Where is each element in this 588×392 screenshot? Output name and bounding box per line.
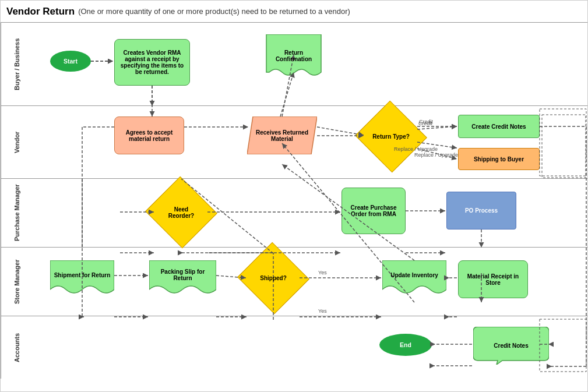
packing-slip-node: Packing Slip for Return bbox=[149, 260, 216, 298]
material-receipt-node: Material Receipt in Store bbox=[458, 260, 528, 298]
lane-label-buyer: Buyer / Business bbox=[1, 23, 33, 105]
svg-line-7 bbox=[417, 149, 457, 159]
lane-accounts: Accounts End Credit Notes bbox=[1, 316, 587, 379]
svg-text:Replace / Upgrade: Replace / Upgrade bbox=[414, 152, 458, 158]
title-sub: (One or more quantity of one or more pro… bbox=[78, 7, 350, 16]
svg-rect-10 bbox=[540, 109, 586, 176]
lanes: Buyer / Business Start Creates Vendor RM… bbox=[1, 23, 587, 391]
need-reorder-node: Need Reorder? bbox=[155, 188, 207, 237]
lane-content-vendor: Agrees to accept material return Receive… bbox=[33, 106, 587, 178]
lane-content-accounts: End Credit Notes bbox=[33, 316, 587, 379]
agrees-node: Agrees to accept material return bbox=[114, 116, 184, 154]
shipping-to-buyer-node: Shipping to Buyer bbox=[458, 148, 540, 170]
create-credit-notes-node: Create Credit Notes bbox=[458, 115, 540, 138]
lane-store: Store Manager Shipment for Return bbox=[1, 248, 587, 316]
lane-label-accounts: Accounts bbox=[1, 316, 33, 379]
lane-content-store: Shipment for Return Packing Slip for Ret… bbox=[33, 248, 587, 316]
lane-content-buyer: Start Creates Vendor RMA against a recei… bbox=[33, 23, 587, 105]
po-process-node: PO Process bbox=[446, 192, 516, 229]
svg-text:Yes: Yes bbox=[318, 270, 327, 276]
lane-label-vendor: Vendor bbox=[1, 106, 33, 178]
creates-rma-node: Creates Vendor RMA against a receipt by … bbox=[114, 39, 190, 86]
shipped-node: Shipped? bbox=[247, 253, 300, 303]
credit-notes-node: Credit Notes bbox=[473, 327, 549, 365]
update-inventory-node: Update Inventory bbox=[382, 260, 446, 298]
end-node: End bbox=[379, 334, 432, 356]
start-node: Start bbox=[50, 51, 91, 72]
lane-buyer: Buyer / Business Start Creates Vendor RM… bbox=[1, 23, 587, 106]
title-main: Vendor Return bbox=[6, 6, 75, 17]
title-bar: Vendor Return (One or more quantity of o… bbox=[1, 1, 587, 23]
return-type-node: Return Type? bbox=[365, 112, 417, 161]
create-po-node: Create Purchase Order from RMA bbox=[341, 188, 406, 234]
lane-label-purchase: Purchase Manager bbox=[1, 179, 33, 247]
receives-node: Receives Returned Material bbox=[247, 116, 317, 154]
lane-vendor: Vendor Agrees to accept material return … bbox=[1, 106, 587, 179]
return-confirmation-node: Return Confirmation bbox=[262, 34, 326, 86]
lane-purchase: Purchase Manager Need Reorder? Create Pu… bbox=[1, 179, 587, 248]
svg-text:Credit: Credit bbox=[419, 119, 434, 125]
lane-label-store: Store Manager bbox=[1, 248, 33, 316]
flowchart-page: Vendor Return (One or more quantity of o… bbox=[0, 0, 588, 392]
shipment-node: Shipment for Return bbox=[50, 260, 114, 298]
lane-content-purchase: Need Reorder? Create Purchase Order from… bbox=[33, 179, 587, 247]
